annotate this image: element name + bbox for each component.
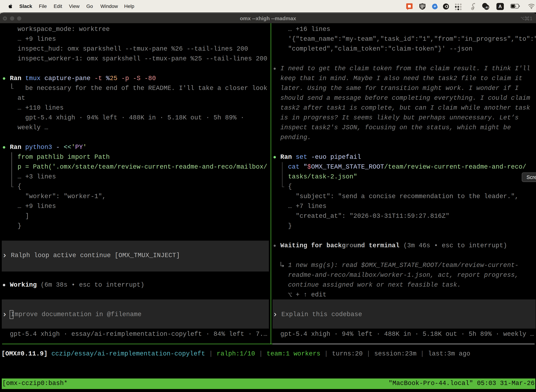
svg-text:..61: ..61 [484, 6, 489, 9]
